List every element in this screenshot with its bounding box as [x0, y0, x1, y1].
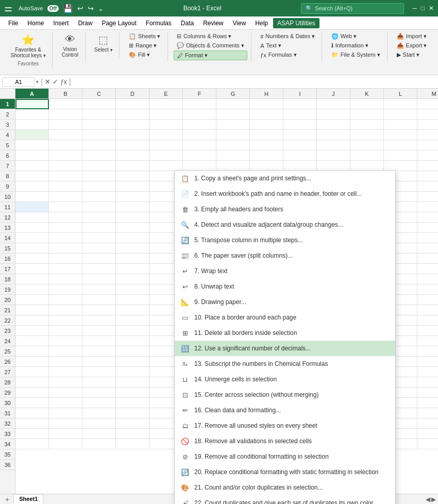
row-header-3[interactable]: 3 [0, 120, 15, 130]
dropdown-item-15[interactable]: ⊡ 15. Center across selection (without m… [175, 387, 395, 402]
range-button[interactable]: ⊞ Range ▾ [126, 41, 163, 50]
dropdown-item-21[interactable]: 🎨 21. Count and/or color duplicates in s… [175, 480, 395, 495]
add-sheet-button[interactable]: + [2, 494, 12, 505]
favorites-shortcut-keys-button[interactable]: ⭐ Favorites &Shortcut keys ▾ [8, 32, 48, 60]
redo-icon[interactable]: ↪ [88, 4, 94, 12]
cell-I1[interactable] [283, 99, 317, 109]
cell-G1[interactable] [216, 99, 250, 109]
row-header-11[interactable]: 11 [0, 202, 15, 212]
row-header-28[interactable]: 28 [0, 377, 15, 388]
dropdown-item-12[interactable]: 🔢 12. Use a significant number of decima… [175, 341, 395, 356]
scroll-left-icon[interactable]: ◀ [426, 496, 430, 503]
vision-control-button[interactable]: 👁 VisionControl [59, 32, 81, 59]
row-header-14[interactable]: 14 [0, 233, 15, 243]
row-header-25[interactable]: 25 [0, 346, 15, 357]
col-header-G[interactable]: G [216, 89, 250, 98]
autosave-toggle[interactable]: Off [47, 5, 59, 12]
cell-J1[interactable] [317, 99, 350, 109]
close-icon[interactable]: ✕ [429, 5, 434, 12]
menu-view[interactable]: View [229, 18, 250, 28]
dropdown-item-13[interactable]: X₂ 13. Subscript the numbers in Chemical… [175, 356, 395, 372]
web-button[interactable]: 🌐 Web ▾ [328, 32, 383, 41]
col-header-H[interactable]: H [250, 89, 283, 98]
row-header-21[interactable]: 21 [0, 305, 15, 315]
col-header-M[interactable]: M [417, 89, 438, 98]
numbers-dates-button[interactable]: # Numbers & Dates ▾ [257, 32, 318, 41]
row-header-18[interactable]: 18 [0, 274, 15, 284]
row-header-34[interactable]: 34 [0, 439, 15, 449]
dropdown-item-7[interactable]: ↵ 7. Wrap text [175, 263, 395, 279]
col-header-I[interactable]: I [283, 89, 317, 98]
col-header-A[interactable]: A [15, 89, 49, 98]
dropdown-item-3[interactable]: 🗑 3. Empty all headers and footers [175, 201, 395, 217]
undo-icon[interactable]: ↩ [77, 4, 83, 12]
dropdown-item-22[interactable]: 🖌 22. Count duplicates and give each set… [175, 495, 395, 504]
row-header-30[interactable]: 30 [0, 398, 15, 408]
sheet-tab-1[interactable]: Sheet1 [13, 494, 43, 504]
sheets-button[interactable]: 📋 Sheets ▾ [126, 32, 163, 41]
cell-L1[interactable] [384, 99, 417, 109]
start-button[interactable]: ▶ Start ▾ [394, 51, 430, 59]
cell-A1[interactable] [15, 99, 49, 109]
row-header-8[interactable]: 8 [0, 171, 15, 181]
row-header-33[interactable]: 33 [0, 429, 15, 439]
cancel-formula-icon[interactable]: ✕ [45, 78, 50, 86]
dropdown-item-4[interactable]: 🔍 4. Detect and visualize adjacent data/… [175, 217, 395, 232]
dropdown-item-8[interactable]: ↩ 8. Unwrap text [175, 279, 395, 294]
col-header-C[interactable]: C [82, 89, 116, 98]
cell-H1[interactable] [250, 99, 283, 109]
search-box[interactable]: 🔍 Search (Alt+Q) [301, 3, 404, 14]
row-header-36[interactable]: 36 [0, 460, 15, 470]
menu-draw[interactable]: Draw [74, 18, 96, 28]
row-header-9[interactable]: 9 [0, 181, 15, 192]
menu-formulas[interactable]: Formulas [142, 18, 176, 28]
row-header-31[interactable]: 31 [0, 408, 15, 418]
dropdown-item-18[interactable]: 🚫 18. Remove all validations in selected… [175, 433, 395, 449]
col-header-J[interactable]: J [317, 89, 350, 98]
menu-file[interactable]: File [4, 18, 22, 28]
cell-K1[interactable] [350, 99, 384, 109]
insert-function-icon[interactable]: ƒx [60, 78, 67, 86]
row-header-23[interactable]: 23 [0, 326, 15, 336]
select-button[interactable]: ⬚ Select ▾ [92, 32, 115, 54]
dropdown-item-5[interactable]: 🔄 5. Transpose column in multiple steps.… [175, 232, 395, 248]
maximize-icon[interactable]: □ [421, 5, 425, 12]
dropdown-item-17[interactable]: 🗂 17. Remove all unused styles on every … [175, 418, 395, 433]
col-header-B[interactable]: B [49, 89, 82, 98]
row-header-32[interactable]: 32 [0, 418, 15, 429]
objects-comments-button[interactable]: 💬 Objects & Comments ▾ [174, 41, 247, 50]
dropdown-item-19[interactable]: ⊘ 19. Remove all conditional formatting … [175, 449, 395, 464]
cell-reference-input[interactable] [2, 77, 35, 87]
row-header-6[interactable]: 6 [0, 150, 15, 161]
cell-ref-arrow[interactable]: ▾ [36, 79, 39, 85]
menu-asap-utilities[interactable]: ASAP Utilities [273, 18, 319, 28]
cell-C1[interactable] [82, 99, 116, 109]
row-header-20[interactable]: 20 [0, 295, 15, 305]
row-header-13[interactable]: 13 [0, 223, 15, 233]
dropdown-item-9[interactable]: 📐 9. Drawing paper... [175, 294, 395, 310]
row-header-15[interactable]: 15 [0, 243, 15, 254]
cell-D1[interactable] [116, 99, 149, 109]
row-header-22[interactable]: 22 [0, 315, 15, 326]
cell-E1[interactable] [149, 99, 183, 109]
row-header-7[interactable]: 7 [0, 161, 15, 171]
dropdown-item-6[interactable]: 📰 6. The paper saver (split columns)... [175, 248, 395, 263]
col-header-F[interactable]: F [183, 89, 216, 98]
export-button[interactable]: 📤 Export ▾ [394, 41, 430, 50]
file-system-button[interactable]: 📁 File & System ▾ [328, 51, 383, 59]
save-icon[interactable]: 💾 [63, 4, 73, 13]
columns-rows-button[interactable]: ⊟ Columns & Rows ▾ [174, 32, 247, 41]
row-header-2[interactable]: 2 [0, 109, 15, 120]
import-button[interactable]: 📥 Import ▾ [394, 32, 430, 41]
cell-F1[interactable] [183, 99, 216, 109]
formulas-button[interactable]: ƒx Formulas ▾ [257, 51, 318, 59]
scroll-right-icon[interactable]: ▶ [431, 496, 436, 503]
dropdown-item-10[interactable]: ▭ 10. Place a border around each page [175, 310, 395, 325]
row-header-1[interactable]: 1 [0, 99, 15, 109]
menu-home[interactable]: Home [23, 18, 48, 28]
row-header-4[interactable]: 4 [0, 130, 15, 140]
fill-button[interactable]: 🎨 Fill ▾ [126, 51, 163, 59]
row-header-27[interactable]: 27 [0, 367, 15, 377]
menu-review[interactable]: Review [199, 18, 227, 28]
dropdown-item-16[interactable]: ✏ 16. Clean data and formatting... [175, 402, 395, 418]
